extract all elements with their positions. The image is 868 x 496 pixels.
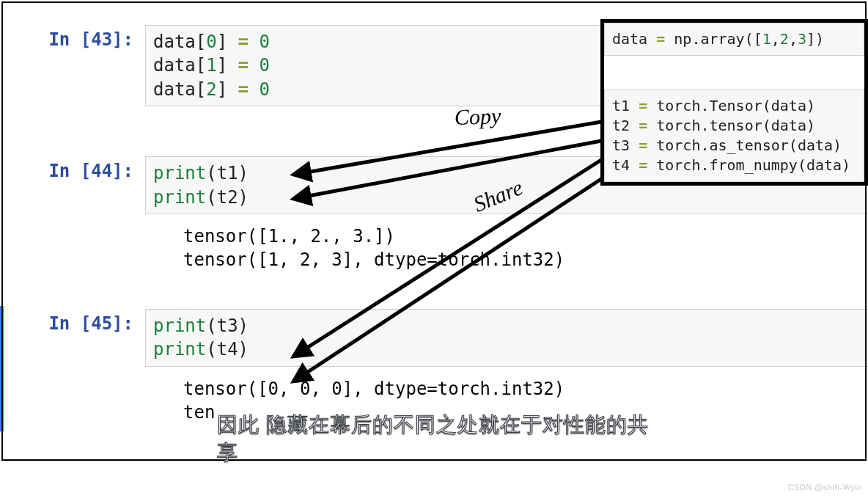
annotation-bottom: t1 = torch.Tensor(data)t2 = torch.tensor… (604, 90, 864, 182)
label-copy: Copy (454, 103, 501, 130)
watermark: CSDN @shift-Wyin (787, 483, 862, 492)
annotation-panel: data = np.array([1,2,3]) t1 = torch.Tens… (600, 19, 868, 186)
annotation-top: data = np.array([1,2,3]) (604, 23, 864, 56)
subtitle-overlay: 因此 隐藏在幕后的不同之处就在于对性能的共享 (217, 411, 651, 467)
